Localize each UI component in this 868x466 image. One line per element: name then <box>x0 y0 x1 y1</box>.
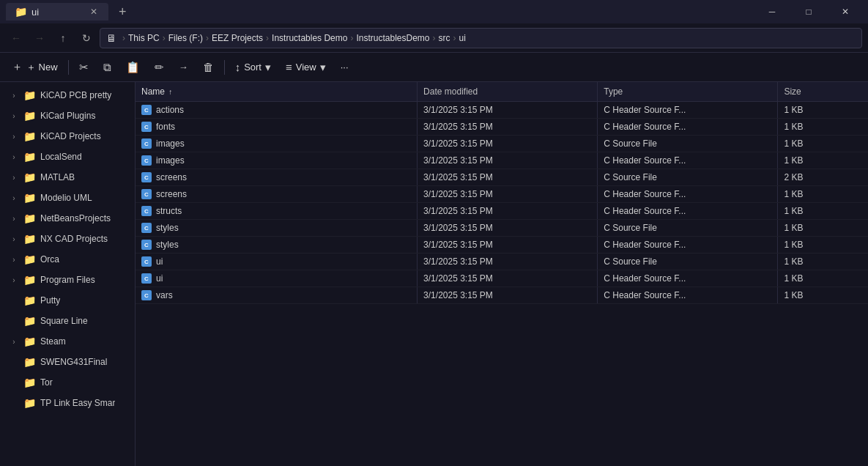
new-icon: ＋ <box>12 60 23 74</box>
breadcrumb-instructablesdemo[interactable]: InstructablesDemo <box>356 33 429 43</box>
sidebar-item-program-files[interactable]: › 📁 Program Files <box>0 270 135 290</box>
c-file-icon: C <box>141 155 152 166</box>
sidebar-item-orca[interactable]: › 📁 Orca <box>0 249 135 270</box>
file-size: 1 KB <box>778 237 868 254</box>
sidebar-item-label: MATLAB <box>40 172 75 182</box>
sidebar-item-square-line[interactable]: › 📁 Square Line <box>0 311 135 331</box>
file-size: 1 KB <box>778 287 868 304</box>
sidebar-item-kicad-plugins[interactable]: › 📁 KiCad Plugins <box>0 106 135 126</box>
table-row[interactable]: Cimages3/1/2025 3:15 PMC Header Source F… <box>136 152 868 169</box>
sort-label: Sort <box>244 62 261 73</box>
sidebar-item-kicad-projects[interactable]: › 📁 KiCAD Projects <box>0 126 135 147</box>
table-row[interactable]: Cui3/1/2025 3:15 PMC Source File1 KB <box>136 254 868 270</box>
sidebar: › 📁 KiCAD PCB pretty › 📁 KiCad Plugins ›… <box>0 82 136 466</box>
file-date: 3/1/2025 3:15 PM <box>418 119 598 136</box>
copy-button[interactable]: ⧉ <box>97 58 117 77</box>
table-row[interactable]: Cstyles3/1/2025 3:15 PMC Source File1 KB <box>136 220 868 237</box>
col-header-name[interactable]: Name ↑ <box>136 82 418 102</box>
file-size: 1 KB <box>778 254 868 270</box>
chevron-icon: › <box>9 92 19 100</box>
file-type: C Header Source F... <box>598 203 778 220</box>
table-row[interactable]: Cvars3/1/2025 3:15 PMC Header Source F..… <box>136 287 868 304</box>
cut-button[interactable]: ✂ <box>73 58 94 77</box>
table-row[interactable]: Cui3/1/2025 3:15 PMC Header Source F...1… <box>136 270 868 287</box>
paste-button[interactable]: 📋 <box>120 58 146 77</box>
file-type: C Source File <box>598 169 778 186</box>
minimize-button[interactable]: ─ <box>755 0 789 23</box>
breadcrumb-drive[interactable]: Files (F:) <box>168 33 203 43</box>
breadcrumb-eezprojects[interactable]: EEZ Projects <box>212 33 263 43</box>
c-file-icon: C <box>141 122 152 132</box>
cut-icon: ✂ <box>79 61 89 74</box>
c-file-icon: C <box>141 223 152 233</box>
up-button[interactable]: ↑ <box>53 28 73 48</box>
close-button[interactable]: ✕ <box>828 0 862 23</box>
chevron-icon: › <box>9 256 19 264</box>
chevron-icon: › <box>9 276 19 284</box>
col-header-date[interactable]: Date modified <box>418 82 598 102</box>
chevron-icon: › <box>9 112 19 120</box>
back-button[interactable]: ← <box>6 28 26 48</box>
breadcrumb-thispc[interactable]: This PC <box>128 33 160 43</box>
file-size: 1 KB <box>778 136 868 152</box>
sidebar-item-steam[interactable]: › 📁 Steam <box>0 331 135 352</box>
col-header-size[interactable]: Size <box>778 82 868 102</box>
table-row[interactable]: Cscreens3/1/2025 3:15 PMC Source File2 K… <box>136 169 868 186</box>
move-icon: → <box>179 62 188 73</box>
table-row[interactable]: Cactions3/1/2025 3:15 PMC Header Source … <box>136 102 868 119</box>
col-header-type[interactable]: Type <box>598 82 778 102</box>
sidebar-item-kicad-pcb-pretty[interactable]: › 📁 KiCAD PCB pretty <box>0 85 135 106</box>
delete-button[interactable]: 🗑 <box>197 58 220 76</box>
sidebar-item-netbeans[interactable]: › 📁 NetBeansProjects <box>0 208 135 229</box>
table-row[interactable]: Cstructs3/1/2025 3:15 PMC Header Source … <box>136 203 868 220</box>
sort-chevron-icon: ▾ <box>265 61 271 74</box>
tab-close-button[interactable]: ✕ <box>88 6 100 18</box>
breadcrumb-src[interactable]: src <box>438 33 450 43</box>
view-button[interactable]: ≡ View ▾ <box>280 58 332 77</box>
sidebar-item-tp-link[interactable]: › 📁 TP Link Easy Smar <box>0 393 135 413</box>
rename-button[interactable]: ✏ <box>149 58 170 77</box>
refresh-button[interactable]: ↻ <box>76 28 97 48</box>
sidebar-item-nx-cad[interactable]: › 📁 NX CAD Projects <box>0 229 135 249</box>
table-row[interactable]: Cscreens3/1/2025 3:15 PMC Header Source … <box>136 186 868 203</box>
folder-icon: 📁 <box>23 233 36 245</box>
c-file-icon: C <box>141 172 152 182</box>
new-button[interactable]: ＋ ＋ New <box>6 57 64 77</box>
table-row[interactable]: Cfonts3/1/2025 3:15 PMC Header Source F.… <box>136 119 868 136</box>
maximize-button[interactable]: □ <box>792 0 826 23</box>
sort-button[interactable]: ↕ Sort ▾ <box>229 58 277 77</box>
folder-icon: 📁 <box>23 171 36 183</box>
chevron-icon: › <box>9 133 19 141</box>
sidebar-item-label: LocalSend <box>40 152 82 162</box>
sidebar-item-label: Program Files <box>40 275 95 285</box>
breadcrumb[interactable]: 🖥 › This PC › Files (F:) › EEZ Projects … <box>100 28 862 48</box>
file-date: 3/1/2025 3:15 PM <box>418 254 598 270</box>
file-date: 3/1/2025 3:15 PM <box>418 152 598 169</box>
file-name: screens <box>156 189 187 199</box>
sidebar-item-tor[interactable]: › 📁 Tor <box>0 372 135 393</box>
move-to-button[interactable]: → <box>173 59 194 75</box>
rename-icon: ✏ <box>155 61 164 74</box>
chevron-icon: › <box>9 215 19 223</box>
folder-icon: 📁 <box>23 356 36 368</box>
file-table: Name ↑ Date modified Type Size Cactions3… <box>136 82 868 304</box>
title-bar: 📁 ui ✕ + ─ □ ✕ <box>0 0 868 23</box>
table-row[interactable]: Cstyles3/1/2025 3:15 PMC Header Source F… <box>136 237 868 254</box>
sidebar-item-matlab[interactable]: › 📁 MATLAB <box>0 167 135 188</box>
table-row[interactable]: Cimages3/1/2025 3:15 PMC Source File1 KB <box>136 136 868 152</box>
sidebar-item-localsend[interactable]: › 📁 LocalSend <box>0 147 135 167</box>
more-options-button[interactable]: ··· <box>335 59 355 75</box>
table-header-row: Name ↑ Date modified Type Size <box>136 82 868 102</box>
file-size: 1 KB <box>778 102 868 119</box>
c-file-icon: C <box>141 105 152 115</box>
file-size: 2 KB <box>778 169 868 186</box>
sidebar-item-sweng431[interactable]: › 📁 SWENG431Final <box>0 352 135 372</box>
sidebar-item-modelio-uml[interactable]: › 📁 Modelio UML <box>0 188 135 208</box>
breadcrumb-ui[interactable]: ui <box>459 33 465 43</box>
sidebar-item-label: Orca <box>40 254 59 265</box>
forward-button[interactable]: → <box>29 28 50 48</box>
sidebar-item-putty[interactable]: › 📁 Putty <box>0 290 135 311</box>
active-tab[interactable]: 📁 ui ✕ <box>6 3 108 21</box>
new-tab-button[interactable]: + <box>114 4 131 20</box>
breadcrumb-instructables-demo[interactable]: Instructables Demo <box>272 33 347 43</box>
